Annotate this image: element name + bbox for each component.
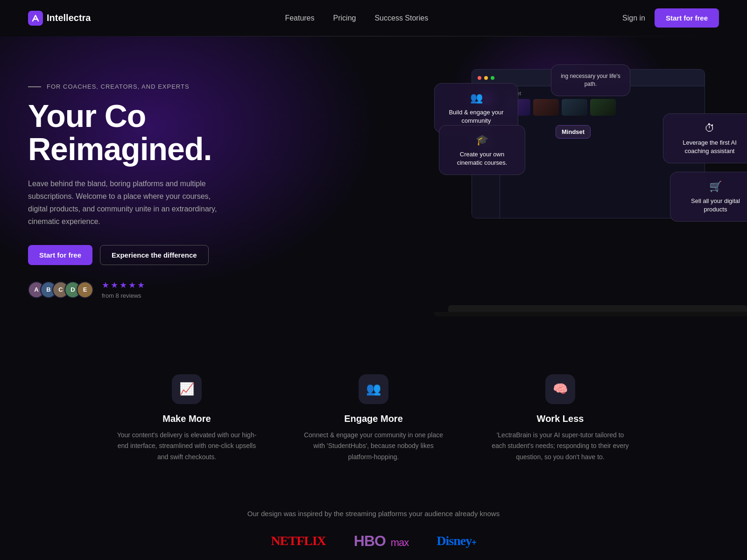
laptop-keyboard <box>448 305 747 312</box>
social-proof: A B C D E ★ ★ ★ ★ ★ from 8 reviews <box>28 280 224 300</box>
work-less-title: Work Less <box>490 413 630 424</box>
nav-right: Sign in Start for free <box>622 8 719 28</box>
ai-icon: ⏱ <box>673 121 747 136</box>
ai-text: Leverage the first AI coaching assistant <box>673 139 747 155</box>
feature-work-less: 🧠 Work Less 'LectraBrain is your AI supe… <box>490 374 630 463</box>
dot-yellow <box>484 76 488 80</box>
products-icon: 🛒 <box>680 180 747 194</box>
make-more-desc: Your content's delivery is elevated with… <box>117 430 257 463</box>
dot-red <box>478 76 481 80</box>
engage-more-icon-wrap: 👥 <box>359 374 388 404</box>
path-text: ing necessary your life's path. <box>561 72 620 88</box>
work-less-icon-wrap: 🧠 <box>545 374 575 404</box>
float-card-path: ing necessary your life's path. <box>551 64 630 96</box>
disney-logo: Disney+ <box>437 533 476 548</box>
community-icon: 👥 <box>444 91 508 105</box>
star-1: ★ <box>102 280 109 290</box>
feature-make-more: 📈 Make More Your content's delivery is e… <box>117 374 257 463</box>
brand-name: Intellectra <box>47 13 91 23</box>
nav-cta-button[interactable]: Start for free <box>655 8 719 28</box>
feature-engage-more: 👥 Engage More Connect & engage your comm… <box>303 374 444 463</box>
laptop-base-bottom <box>434 312 747 316</box>
hero-section: FOR COACHES, CREATORS, AND EXPERTS Your … <box>0 36 747 337</box>
nav-success[interactable]: Success Stories <box>374 14 428 22</box>
star-4: ★ <box>128 280 136 290</box>
float-card-ai: ⏱ Leverage the first AI coaching assista… <box>663 113 747 163</box>
community-text: Build & engage your community <box>444 108 508 125</box>
hero-buttons: Start for free Experience the difference <box>28 245 224 265</box>
logo-icon <box>28 11 43 26</box>
avatar-5: E <box>77 281 93 298</box>
engage-more-icon: 👥 <box>366 382 381 396</box>
stars: ★ ★ ★ ★ ★ <box>102 280 145 290</box>
streaming-section: Our design was inspired by the streaming… <box>0 491 747 560</box>
make-more-icon: 📈 <box>179 382 194 396</box>
mindset-badge: Mindset <box>556 125 591 139</box>
hero-description: Leave behind the bland, boring platforms… <box>28 177 224 228</box>
engage-more-title: Engage More <box>303 413 444 424</box>
navbar: Intellectra Features Pricing Success Sto… <box>0 0 747 36</box>
dot-green <box>491 76 494 80</box>
courses-text: Create your own cinematic courses. <box>449 150 515 167</box>
reviews-text: from 8 reviews <box>102 292 141 299</box>
hero-title: Your Co Reimagined. <box>28 99 224 166</box>
hero-cta-secondary[interactable]: Experience the difference <box>100 245 209 265</box>
nav-links: Features Pricing Success Stories <box>285 14 428 22</box>
nav-features[interactable]: Features <box>285 14 314 22</box>
make-more-title: Make More <box>117 413 257 424</box>
svg-rect-0 <box>28 11 43 26</box>
thumb-3 <box>562 99 587 116</box>
engage-more-desc: Connect & engage your community in one p… <box>303 430 444 463</box>
star-5: ★ <box>137 280 145 290</box>
hero-content: FOR COACHES, CREATORS, AND EXPERTS Your … <box>28 64 224 300</box>
make-more-icon-wrap: 📈 <box>172 374 202 404</box>
hero-eyebrow: FOR COACHES, CREATORS, AND EXPERTS <box>28 83 224 90</box>
hbo-logo: HBO max <box>354 532 409 550</box>
work-less-icon: 🧠 <box>553 382 568 396</box>
nav-pricing[interactable]: Pricing <box>333 14 356 22</box>
courses-icon: 🎓 <box>449 133 515 147</box>
hero-visual: BRANER ⊞ ▶ ⚙ Mindset <box>434 46 747 316</box>
stars-area: ★ ★ ★ ★ ★ from 8 reviews <box>102 280 145 300</box>
float-card-courses: 🎓 Create your own cinematic courses. <box>439 125 525 175</box>
sign-in-button[interactable]: Sign in <box>622 14 645 22</box>
float-card-products: 🛒 Sell all your digital products <box>670 172 747 222</box>
thumb-2 <box>533 99 559 116</box>
features-row: 📈 Make More Your content's delivery is e… <box>0 337 747 491</box>
features-section: 📈 Make More Your content's delivery is e… <box>0 337 747 491</box>
brand-logos: NETFLIX HBO max Disney+ <box>28 532 719 550</box>
hero-title-line1: Your Co <box>28 98 146 133</box>
hero-cta-primary[interactable]: Start for free <box>28 245 92 265</box>
thumb-4 <box>590 99 616 116</box>
products-text: Sell all your digital products <box>680 197 747 214</box>
eyebrow-text: FOR COACHES, CREATORS, AND EXPERTS <box>47 83 190 90</box>
star-2: ★ <box>111 280 118 290</box>
avatars: A B C D E <box>28 281 89 298</box>
logo[interactable]: Intellectra <box>28 11 91 26</box>
streaming-label: Our design was inspired by the streaming… <box>28 510 719 518</box>
eyebrow-line <box>28 86 41 87</box>
netflix-logo: NETFLIX <box>271 533 325 548</box>
hero-title-line2: Reimagined. <box>28 131 211 167</box>
star-3: ★ <box>120 280 127 290</box>
work-less-desc: 'LectraBrain is your AI super-tutor tail… <box>490 430 630 463</box>
